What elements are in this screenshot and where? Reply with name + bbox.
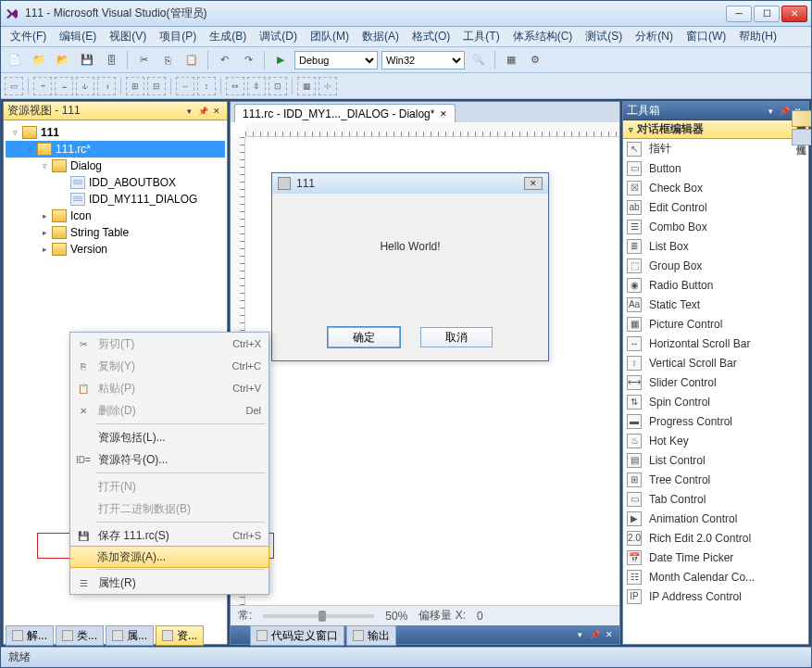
toolbox-item[interactable]: ▦Picture Control (623, 314, 808, 334)
menu-item[interactable]: 编辑(E) (54, 27, 102, 46)
tree-string-folder[interactable]: ▸String Table (6, 224, 225, 241)
tab-resource[interactable]: 资... (156, 625, 204, 646)
dialog-close-icon[interactable]: ✕ (524, 177, 543, 190)
toolbox-item[interactable]: 📅Date Time Picker (623, 548, 808, 567)
hello-label[interactable]: Hello World! (272, 240, 548, 253)
same-size-icon[interactable]: ⊡ (269, 77, 287, 95)
side-tab-properties[interactable]: 属性 (792, 129, 811, 145)
menu-item[interactable]: 文件(F) (5, 27, 52, 46)
tree-rc-file[interactable]: ▿111.rc* (6, 141, 225, 158)
menu-item[interactable]: 工具(T) (457, 27, 505, 46)
same-height-icon[interactable]: ⇕ (247, 77, 266, 95)
tab-property[interactable]: 属... (106, 625, 154, 646)
context-menu-item[interactable]: 💾保存 111.rc(S)Ctrl+S (70, 524, 269, 547)
tab-class[interactable]: 类... (56, 625, 104, 646)
menu-item[interactable]: 数据(A) (356, 27, 405, 46)
platform-select[interactable]: Win32 (381, 51, 465, 69)
toolbox-item[interactable]: ↕Vertical Scroll Bar (623, 353, 808, 372)
close-button[interactable]: ✕ (781, 6, 807, 22)
menu-item[interactable]: 测试(S) (580, 27, 628, 46)
tab-code-def[interactable]: 代码定义窗口 (250, 625, 344, 646)
same-width-icon[interactable]: ⇔ (226, 77, 244, 95)
toggle-guides-icon[interactable]: ⊹ (319, 77, 337, 95)
cut-icon[interactable]: ✂ (133, 50, 154, 70)
align-bottom-icon[interactable]: ⫞ (97, 77, 116, 95)
add-item-icon[interactable]: 📁 (29, 50, 49, 70)
toolbox-item[interactable]: AaStatic Text (623, 295, 808, 314)
find-icon[interactable]: 🔍 (468, 50, 489, 70)
menu-item[interactable]: 窗口(W) (681, 27, 731, 46)
context-menu-item[interactable]: ☰属性(R) (70, 572, 269, 594)
menu-item[interactable]: 调试(D) (254, 27, 303, 46)
toolbox-item[interactable]: ▭Tab Control (623, 489, 808, 509)
toolbox-item[interactable]: ☒Check Box (623, 178, 808, 197)
toolbox-item[interactable]: ▤List Control (623, 450, 808, 470)
menu-item[interactable]: 体系结构(C) (507, 27, 579, 46)
menu-item[interactable]: 生成(B) (204, 27, 252, 46)
copy-icon[interactable]: ⎘ (157, 50, 178, 70)
toolbox-item[interactable]: ⊞Tree Control (623, 470, 808, 489)
center-h-icon[interactable]: ⊞ (126, 77, 144, 95)
minimize-button[interactable]: ─ (726, 6, 752, 22)
menu-item[interactable]: 团队(M) (305, 27, 355, 46)
new-project-icon[interactable]: 📄 (5, 50, 25, 70)
save-all-icon[interactable]: 🗄 (101, 50, 121, 70)
align-top-icon[interactable]: ⫝ (76, 77, 94, 95)
pin-icon[interactable]: 📌 (778, 105, 791, 118)
undo-icon[interactable]: ↶ (214, 50, 234, 70)
toolbox-item[interactable]: 2.0Rich Edit 2.0 Control (623, 528, 808, 548)
context-menu-item[interactable]: 资源包括(L)... (70, 426, 269, 448)
toolbox-item[interactable]: ↖指针 (623, 139, 808, 158)
center-v-icon[interactable]: ⊟ (147, 77, 166, 95)
toolbox-item[interactable]: ☰Combo Box (623, 217, 808, 236)
menu-item[interactable]: 视图(V) (104, 27, 152, 46)
toggle-grid-icon[interactable]: ▦ (297, 77, 316, 95)
toolbox-item[interactable]: ▶Animation Control (623, 509, 808, 528)
zoom-slider[interactable] (263, 614, 374, 618)
pin-icon[interactable]: 📌 (588, 628, 601, 641)
tab-output[interactable]: 输出 (346, 625, 396, 646)
tab-solution[interactable]: 解... (6, 625, 54, 646)
space-h-icon[interactable]: ↔ (176, 77, 194, 95)
tree-dialog-item[interactable]: IDD_MY111_DIALOG (6, 191, 225, 208)
panel-dropdown-icon[interactable]: ▾ (182, 105, 195, 118)
test-dialog-icon[interactable]: ▭ (5, 77, 23, 95)
dialog-designer[interactable]: 111 ✕ Hello World! 确定 取消 (231, 122, 619, 605)
tree-version-folder[interactable]: ▸Version (6, 241, 225, 258)
toolbox-item[interactable]: ♨Hot Key (623, 431, 808, 450)
tree-dialog-folder[interactable]: ▿Dialog (6, 158, 225, 174)
pin-icon[interactable]: 📌 (196, 105, 209, 118)
save-icon[interactable]: 💾 (77, 50, 97, 70)
start-debug-icon[interactable]: ▶ (270, 50, 291, 70)
tools-icon[interactable]: ⚙ (525, 50, 545, 70)
menu-item[interactable]: 帮助(H) (733, 27, 782, 46)
toolbox-item[interactable]: ≣List Box (623, 236, 808, 256)
redo-icon[interactable]: ↷ (238, 50, 258, 70)
open-icon[interactable]: 📂 (53, 50, 73, 70)
paste-icon[interactable]: 📋 (181, 50, 202, 70)
extensions-icon[interactable]: ▦ (501, 50, 521, 70)
config-select[interactable]: Debug (294, 51, 378, 69)
tree-dialog-item[interactable]: IDD_ABOUTBOX (6, 174, 225, 191)
menu-item[interactable]: 项目(P) (154, 27, 202, 46)
toolbox-item[interactable]: ▬Progress Control (623, 411, 808, 431)
toolbox-item[interactable]: IPIP Address Control (623, 586, 808, 606)
toolbox-item[interactable]: ⬚Group Box (623, 256, 808, 275)
panel-dropdown-icon[interactable]: ▾ (764, 105, 777, 118)
toolbox-item[interactable]: ⟷Slider Control (623, 372, 808, 392)
panel-close-icon[interactable]: ✕ (603, 628, 616, 641)
toolbox-item[interactable]: ↔Horizontal Scroll Bar (623, 334, 808, 353)
maximize-button[interactable]: ☐ (754, 6, 780, 22)
tab-close-icon[interactable]: ✕ (440, 109, 447, 119)
ok-button[interactable]: 确定 (328, 327, 400, 347)
toolbox-item[interactable]: ◉Radio Button (623, 275, 808, 295)
dialog-preview[interactable]: 111 ✕ Hello World! 确定 取消 (271, 172, 549, 361)
context-menu-item[interactable]: ID=资源符号(O)... (70, 448, 269, 471)
panel-dropdown-icon[interactable]: ▾ (573, 628, 586, 641)
cancel-button[interactable]: 取消 (420, 327, 493, 347)
toolbox-item[interactable]: ☷Month Calendar Co... (623, 567, 808, 586)
tree-root[interactable]: ▿111 (6, 124, 225, 141)
menu-item[interactable]: 分析(N) (630, 27, 679, 46)
align-left-icon[interactable]: ⫟ (33, 77, 52, 95)
align-right-icon[interactable]: ⫠ (55, 77, 73, 95)
